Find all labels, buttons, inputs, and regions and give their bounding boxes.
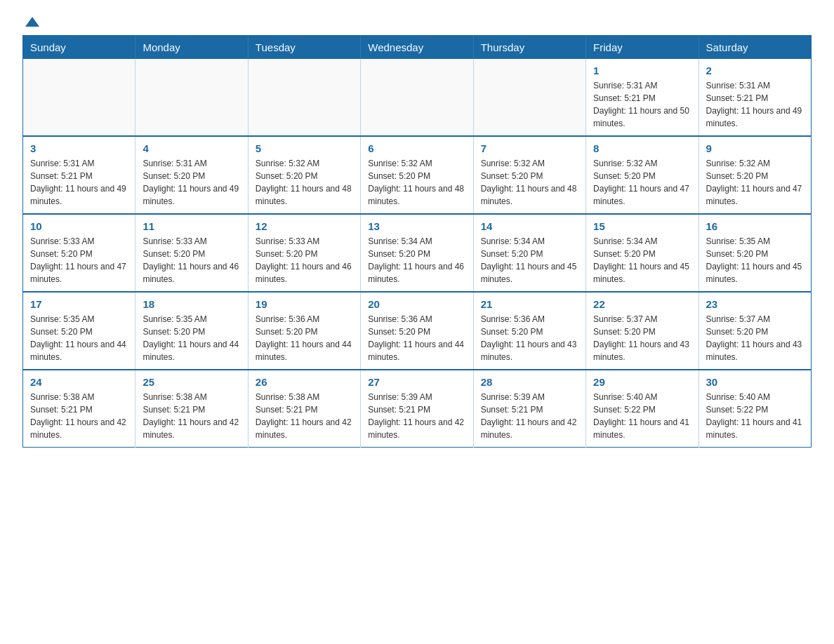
day-info: Sunrise: 5:31 AMSunset: 5:21 PMDaylight:… bbox=[593, 79, 691, 130]
weekday-header-thursday: Thursday bbox=[473, 36, 585, 60]
day-info: Sunrise: 5:32 AMSunset: 5:20 PMDaylight:… bbox=[368, 157, 465, 208]
day-number: 3 bbox=[30, 142, 128, 154]
day-number: 20 bbox=[368, 298, 465, 310]
day-info: Sunrise: 5:32 AMSunset: 5:20 PMDaylight:… bbox=[706, 157, 804, 208]
calendar-cell bbox=[23, 59, 135, 136]
day-info: Sunrise: 5:40 AMSunset: 5:22 PMDaylight:… bbox=[706, 391, 804, 441]
day-number: 10 bbox=[30, 220, 128, 232]
weekday-header-monday: Monday bbox=[135, 36, 248, 60]
day-number: 28 bbox=[481, 376, 578, 388]
calendar-cell bbox=[248, 59, 360, 136]
day-number: 29 bbox=[593, 376, 691, 388]
weekday-header-wednesday: Wednesday bbox=[361, 36, 473, 60]
day-info: Sunrise: 5:35 AMSunset: 5:20 PMDaylight:… bbox=[30, 313, 128, 363]
day-info: Sunrise: 5:36 AMSunset: 5:20 PMDaylight:… bbox=[256, 313, 353, 363]
day-number: 23 bbox=[706, 298, 804, 310]
calendar-cell: 14Sunrise: 5:34 AMSunset: 5:20 PMDayligh… bbox=[473, 214, 585, 292]
day-info: Sunrise: 5:33 AMSunset: 5:20 PMDaylight:… bbox=[30, 235, 128, 286]
day-info: Sunrise: 5:32 AMSunset: 5:20 PMDaylight:… bbox=[481, 157, 578, 208]
calendar-cell: 22Sunrise: 5:37 AMSunset: 5:20 PMDayligh… bbox=[586, 292, 699, 370]
calendar-cell: 23Sunrise: 5:37 AMSunset: 5:20 PMDayligh… bbox=[699, 292, 811, 370]
calendar-cell: 16Sunrise: 5:35 AMSunset: 5:20 PMDayligh… bbox=[699, 214, 811, 292]
day-info: Sunrise: 5:36 AMSunset: 5:20 PMDaylight:… bbox=[368, 313, 465, 363]
day-info: Sunrise: 5:34 AMSunset: 5:20 PMDaylight:… bbox=[368, 235, 465, 286]
weekday-header-saturday: Saturday bbox=[699, 36, 811, 60]
calendar-header: SundayMondayTuesdayWednesdayThursdayFrid… bbox=[23, 36, 812, 60]
day-number: 15 bbox=[593, 220, 691, 232]
day-info: Sunrise: 5:34 AMSunset: 5:20 PMDaylight:… bbox=[593, 235, 691, 286]
day-info: Sunrise: 5:39 AMSunset: 5:21 PMDaylight:… bbox=[481, 391, 578, 441]
day-number: 6 bbox=[368, 142, 465, 154]
day-number: 12 bbox=[256, 220, 353, 232]
calendar-cell: 29Sunrise: 5:40 AMSunset: 5:22 PMDayligh… bbox=[586, 370, 699, 448]
day-number: 4 bbox=[143, 142, 240, 154]
day-info: Sunrise: 5:32 AMSunset: 5:20 PMDaylight:… bbox=[593, 157, 691, 208]
day-number: 17 bbox=[30, 298, 128, 310]
day-info: Sunrise: 5:39 AMSunset: 5:21 PMDaylight:… bbox=[368, 391, 465, 441]
calendar-week-2: 3Sunrise: 5:31 AMSunset: 5:21 PMDaylight… bbox=[23, 136, 812, 214]
calendar-week-3: 10Sunrise: 5:33 AMSunset: 5:20 PMDayligh… bbox=[23, 214, 812, 292]
calendar-week-1: 1Sunrise: 5:31 AMSunset: 5:21 PMDaylight… bbox=[23, 59, 812, 136]
calendar-cell bbox=[135, 59, 248, 136]
day-number: 2 bbox=[706, 65, 804, 76]
weekday-header-friday: Friday bbox=[586, 36, 699, 60]
calendar-cell: 5Sunrise: 5:32 AMSunset: 5:20 PMDaylight… bbox=[248, 136, 360, 214]
calendar-table: SundayMondayTuesdayWednesdayThursdayFrid… bbox=[22, 35, 812, 448]
day-number: 18 bbox=[143, 298, 240, 310]
calendar-cell: 24Sunrise: 5:38 AMSunset: 5:21 PMDayligh… bbox=[23, 370, 135, 448]
page-header bbox=[22, 17, 812, 27]
day-number: 30 bbox=[706, 376, 804, 388]
calendar-cell: 4Sunrise: 5:31 AMSunset: 5:20 PMDaylight… bbox=[135, 136, 248, 214]
day-number: 1 bbox=[593, 65, 691, 76]
calendar-week-4: 17Sunrise: 5:35 AMSunset: 5:20 PMDayligh… bbox=[23, 292, 812, 370]
calendar-cell: 8Sunrise: 5:32 AMSunset: 5:20 PMDaylight… bbox=[586, 136, 699, 214]
day-number: 24 bbox=[30, 376, 128, 388]
day-number: 16 bbox=[706, 220, 804, 232]
day-info: Sunrise: 5:32 AMSunset: 5:20 PMDaylight:… bbox=[256, 157, 353, 208]
calendar-cell: 25Sunrise: 5:38 AMSunset: 5:21 PMDayligh… bbox=[135, 370, 248, 448]
calendar-cell bbox=[361, 59, 473, 136]
day-info: Sunrise: 5:33 AMSunset: 5:20 PMDaylight:… bbox=[143, 235, 240, 286]
calendar-body: 1Sunrise: 5:31 AMSunset: 5:21 PMDaylight… bbox=[23, 59, 812, 448]
day-number: 14 bbox=[481, 220, 578, 232]
calendar-cell bbox=[473, 59, 585, 136]
calendar-cell: 26Sunrise: 5:38 AMSunset: 5:21 PMDayligh… bbox=[248, 370, 360, 448]
day-number: 11 bbox=[143, 220, 240, 232]
day-info: Sunrise: 5:31 AMSunset: 5:21 PMDaylight:… bbox=[706, 79, 804, 130]
calendar-cell: 30Sunrise: 5:40 AMSunset: 5:22 PMDayligh… bbox=[699, 370, 811, 448]
calendar-cell: 6Sunrise: 5:32 AMSunset: 5:20 PMDaylight… bbox=[361, 136, 473, 214]
calendar-week-5: 24Sunrise: 5:38 AMSunset: 5:21 PMDayligh… bbox=[23, 370, 812, 448]
day-info: Sunrise: 5:38 AMSunset: 5:21 PMDaylight:… bbox=[256, 391, 353, 441]
day-info: Sunrise: 5:35 AMSunset: 5:20 PMDaylight:… bbox=[143, 313, 240, 363]
weekday-header-sunday: Sunday bbox=[23, 36, 135, 60]
day-number: 27 bbox=[368, 376, 465, 388]
day-number: 21 bbox=[481, 298, 578, 310]
calendar-cell: 17Sunrise: 5:35 AMSunset: 5:20 PMDayligh… bbox=[23, 292, 135, 370]
day-info: Sunrise: 5:34 AMSunset: 5:20 PMDaylight:… bbox=[481, 235, 578, 286]
calendar-cell: 18Sunrise: 5:35 AMSunset: 5:20 PMDayligh… bbox=[135, 292, 248, 370]
calendar-cell: 11Sunrise: 5:33 AMSunset: 5:20 PMDayligh… bbox=[135, 214, 248, 292]
calendar-cell: 15Sunrise: 5:34 AMSunset: 5:20 PMDayligh… bbox=[586, 214, 699, 292]
logo-triangle-icon bbox=[25, 17, 39, 27]
calendar-cell: 21Sunrise: 5:36 AMSunset: 5:20 PMDayligh… bbox=[473, 292, 585, 370]
day-number: 7 bbox=[481, 142, 578, 154]
day-info: Sunrise: 5:36 AMSunset: 5:20 PMDaylight:… bbox=[481, 313, 578, 363]
day-number: 8 bbox=[593, 142, 691, 154]
calendar-cell: 19Sunrise: 5:36 AMSunset: 5:20 PMDayligh… bbox=[248, 292, 360, 370]
day-number: 22 bbox=[593, 298, 691, 310]
weekday-header-tuesday: Tuesday bbox=[248, 36, 360, 60]
calendar-cell: 12Sunrise: 5:33 AMSunset: 5:20 PMDayligh… bbox=[248, 214, 360, 292]
day-info: Sunrise: 5:37 AMSunset: 5:20 PMDaylight:… bbox=[593, 313, 691, 363]
calendar-cell: 27Sunrise: 5:39 AMSunset: 5:21 PMDayligh… bbox=[361, 370, 473, 448]
day-info: Sunrise: 5:37 AMSunset: 5:20 PMDaylight:… bbox=[706, 313, 804, 363]
calendar-cell: 10Sunrise: 5:33 AMSunset: 5:20 PMDayligh… bbox=[23, 214, 135, 292]
day-info: Sunrise: 5:38 AMSunset: 5:21 PMDaylight:… bbox=[30, 391, 128, 441]
calendar-cell: 2Sunrise: 5:31 AMSunset: 5:21 PMDaylight… bbox=[699, 59, 811, 136]
day-number: 26 bbox=[256, 376, 353, 388]
day-info: Sunrise: 5:35 AMSunset: 5:20 PMDaylight:… bbox=[706, 235, 804, 286]
day-info: Sunrise: 5:31 AMSunset: 5:20 PMDaylight:… bbox=[143, 157, 240, 208]
day-number: 19 bbox=[256, 298, 353, 310]
day-number: 5 bbox=[256, 142, 353, 154]
logo bbox=[22, 17, 39, 27]
calendar-cell: 28Sunrise: 5:39 AMSunset: 5:21 PMDayligh… bbox=[473, 370, 585, 448]
